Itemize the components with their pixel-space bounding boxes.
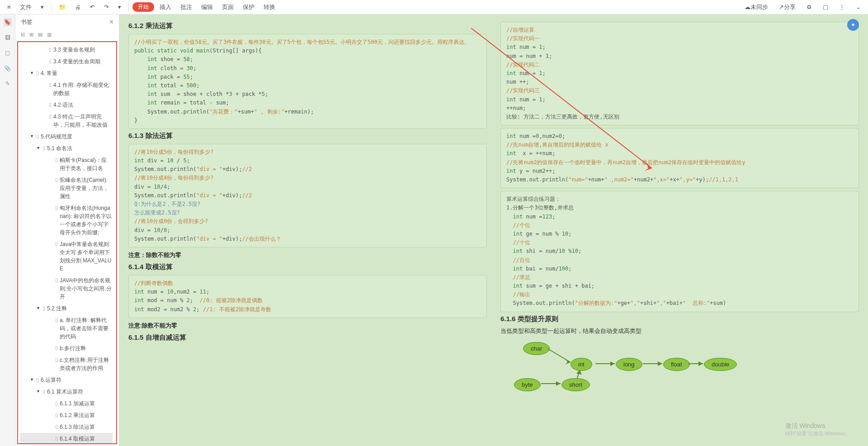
bookmark-label: 6.1.1 加减运算 xyxy=(60,399,112,408)
section-heading: 6.1.5 自增自减运算 xyxy=(128,333,487,342)
bookmark-icon: ▯ xyxy=(49,101,52,109)
chevron-icon[interactable]: ⌄ xyxy=(852,2,864,12)
close-icon[interactable]: × xyxy=(109,18,113,26)
code-block-increment: //自增运算 //实现代码一 int num = 1; num = num + … xyxy=(500,22,859,125)
tree-toggle-icon[interactable]: ▾ xyxy=(31,69,35,76)
bookmark-icon: ▯ xyxy=(55,276,58,284)
bookmark-icon: ▯ xyxy=(49,46,52,53)
bookmark-item[interactable]: ▯6.1.3 除法运算 xyxy=(20,421,113,433)
bookmark-tools: ⊟ ⊞ ▤ ▥ xyxy=(15,30,119,39)
bookmark-item[interactable]: ▯4.2 语法 xyxy=(20,99,113,111)
bookmark-item[interactable]: ▯4.1 作用: 存储不能变化的数据 xyxy=(20,79,113,99)
annotate-tab[interactable]: 批注 xyxy=(177,1,196,13)
edit-rail-icon[interactable]: ✎ xyxy=(4,80,12,88)
undo-icon[interactable]: ↶ xyxy=(86,2,99,12)
bookmark-icon: ▯ xyxy=(36,376,39,384)
image-rail-icon[interactable]: 🖼 xyxy=(4,33,12,42)
bookmark-icon: ▯ xyxy=(49,81,52,89)
dropdown-icon[interactable]: ▾ xyxy=(37,2,47,12)
node-float: float xyxy=(663,358,690,371)
bookmark-tree: ▯3.3 变量命名规则▯3.4 变量的生命周期▾▯4. 常量▯4.1 作用: 存… xyxy=(17,41,117,444)
bookmark-item[interactable]: ▯3.3 变量命名规则 xyxy=(20,44,113,56)
bookmark-item[interactable]: ▾▯6.1 算术运算符 xyxy=(20,386,113,398)
tree-toggle-icon[interactable]: ▾ xyxy=(31,376,35,383)
bookmark-item[interactable]: ▾▯5.代码规范度 xyxy=(20,131,113,142)
bookmark-item[interactable]: ▾▯4. 常量 xyxy=(20,67,113,79)
bookmark-label: 6.1.3 除法运算 xyxy=(60,423,112,431)
more-icon[interactable]: ⋮ xyxy=(835,2,849,12)
tool-icon[interactable]: ⊟ xyxy=(21,32,25,38)
svg-line-2 xyxy=(548,349,571,362)
separator xyxy=(128,3,129,11)
bookmark-icon: ▯ xyxy=(55,399,58,407)
bookmark-icon: ▯ xyxy=(36,69,39,77)
bookmark-label: 3.4 变量的生命周期 xyxy=(53,57,112,66)
bookmark-icon: ▯ xyxy=(55,435,58,442)
file-menu[interactable]: 文件 xyxy=(16,1,35,13)
tree-toggle-icon[interactable]: ▾ xyxy=(37,144,42,151)
bookmark-item[interactable]: ▯Java中常量命名规则:全大写 多个单词用下划线分割 MAX_VALUE xyxy=(20,238,113,275)
open-icon[interactable]: 📁 xyxy=(55,2,70,12)
protect-tab[interactable]: 保护 xyxy=(239,1,258,13)
bookmark-icon: ▯ xyxy=(55,240,58,248)
bookmark-item[interactable]: ▯6.1.4 取模运算 xyxy=(20,433,113,444)
bookmark-panel: 书签 × ⊟ ⊞ ▤ ▥ ▯3.3 变量命名规则▯3.4 变量的生命周期▾▯4.… xyxy=(15,14,119,446)
bookmark-icon: ▯ xyxy=(55,423,58,431)
attachment-rail-icon[interactable]: 📎 xyxy=(4,64,12,72)
settings-icon[interactable]: ⚙ xyxy=(803,2,816,12)
tool-icon[interactable]: ▥ xyxy=(47,32,52,38)
bookmark-item[interactable]: ▾▯5.2 注释 xyxy=(20,303,113,314)
bookmark-icon: ▯ xyxy=(36,133,39,140)
bookmark-icon: ▯ xyxy=(42,304,45,312)
start-tab[interactable]: 开始 xyxy=(132,2,154,12)
tree-toggle-icon[interactable]: ▾ xyxy=(37,304,42,311)
bookmark-item[interactable]: ▯b.多行注释 xyxy=(20,342,113,354)
bookmark-item[interactable]: ▯驼峰命名法(Camel):应用于变量，方法，属性 xyxy=(20,174,113,202)
convert-tab[interactable]: 转换 xyxy=(260,1,279,13)
section-heading: 6.1.6 类型提升原则 xyxy=(500,315,859,323)
node-double: double xyxy=(704,358,737,371)
bookmark-item[interactable]: ▯6.1.2 乘法运算 xyxy=(20,409,113,421)
bookmark-icon: ▯ xyxy=(49,113,52,120)
svg-marker-9 xyxy=(698,361,703,366)
bookmark-label: 5.1 命名法 xyxy=(47,144,112,152)
print-icon[interactable]: 🖨 xyxy=(71,2,85,12)
bookmark-item[interactable]: ▯3.4 变量的生命周期 xyxy=(20,56,113,67)
bookmark-icon: ▯ xyxy=(55,356,58,364)
bookmark-rail-icon[interactable]: 🔖 xyxy=(4,18,12,26)
insert-tab[interactable]: 插入 xyxy=(156,1,175,13)
tool-icon[interactable]: ▤ xyxy=(38,32,42,38)
redo-icon[interactable]: ↷ xyxy=(100,2,113,12)
share-button[interactable]: ↗ 分享 xyxy=(775,1,799,13)
menu-icon[interactable]: ≡ xyxy=(4,2,14,12)
bookmark-icon: ▯ xyxy=(55,156,58,164)
panel-title: 书签 xyxy=(21,18,33,26)
bookmark-label: 4.3 特点:一旦声明完毕，只能用，不能改值 xyxy=(53,113,112,129)
bookmark-item[interactable]: ▾▯5.1 命名法 xyxy=(20,142,113,154)
window-icon[interactable]: ▢ xyxy=(819,2,832,12)
bookmark-item[interactable]: ▯c.文档注释:用于注释类或者方法的作用 xyxy=(20,354,113,374)
svg-marker-11 xyxy=(556,381,561,386)
tool-icon[interactable]: ⊞ xyxy=(29,32,33,38)
edit-tab[interactable]: 编辑 xyxy=(198,1,217,13)
cloud-unsync[interactable]: ☁ 未同步 xyxy=(741,1,772,13)
tree-toggle-icon[interactable]: ▾ xyxy=(31,133,35,139)
bookmark-item[interactable]: ▯JAVA中的包的命名规则:全小写包之间用.分开 xyxy=(20,275,113,303)
bookmark-icon: ▯ xyxy=(55,316,58,324)
page-tab[interactable]: 页面 xyxy=(218,1,237,13)
bookmark-item[interactable]: ▯帕斯卡(Pascal)：应用于类名，接口名 xyxy=(20,154,113,174)
bookmark-item[interactable]: ▯6.1.1 加减运算 xyxy=(20,398,113,409)
note-text: 注意:除数不能为零 xyxy=(128,322,487,330)
bookmark-item[interactable]: ▯a. 单行注释: 解释代码，或者去除不需要的代码 xyxy=(20,314,113,342)
dropdown-icon[interactable]: ▾ xyxy=(114,2,125,12)
bookmark-label: 5.代码规范度 xyxy=(41,133,112,141)
bookmark-icon: ▯ xyxy=(55,176,58,184)
bookmark-item[interactable]: ▾▯6.运算符 xyxy=(20,374,113,386)
tree-toggle-icon[interactable]: ▾ xyxy=(37,388,42,394)
bookmark-label: 帕斯卡(Pascal)：应用于类名，接口名 xyxy=(60,156,112,172)
bookmark-item[interactable]: ▯匈牙利命名法(Hungarian): 标识符的名字以一个或者多个小写字母开头作… xyxy=(20,202,113,238)
bookmark-item[interactable]: ▯4.3 特点:一旦声明完毕，只能用，不能改值 xyxy=(20,111,113,131)
windows-watermark: 激活 Windows 转到"设置"以激活 Windows。 xyxy=(785,422,850,437)
page-rail-icon[interactable]: ▢ xyxy=(4,49,12,57)
float-action-icon[interactable]: ✦ xyxy=(847,19,859,31)
